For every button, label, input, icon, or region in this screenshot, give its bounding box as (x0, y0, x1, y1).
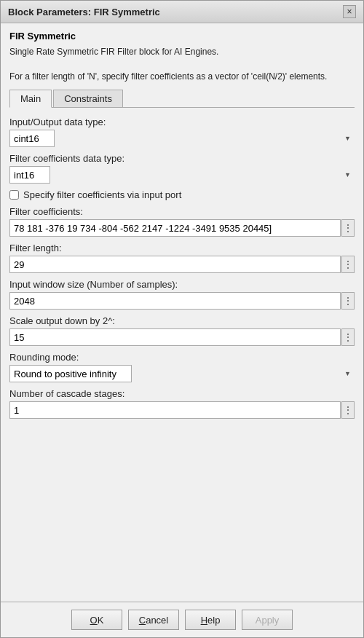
block-description: Single Rate Symmetric FIR Filter block f… (9, 46, 355, 82)
filter-coeff-type-label: Filter coefficients data type: (9, 153, 355, 164)
filter-coeff-type-group: Filter coefficients data type: int16 (9, 153, 355, 184)
filter-length-row: ⋮ (9, 256, 355, 273)
scale-output-row: ⋮ (9, 328, 355, 346)
io-data-type-group: Input/Output data type: cint16 (9, 117, 355, 147)
tab-main[interactable]: Main (9, 90, 52, 108)
cascade-stages-row: ⋮ (9, 401, 355, 419)
cancel-label: Cancel (139, 615, 168, 626)
content-area: FIR Symmetric Single Rate Symmetric FIR … (1, 23, 363, 602)
description-line1: Single Rate Symmetric FIR Filter block f… (9, 47, 218, 57)
close-button[interactable]: × (343, 5, 356, 18)
description-line2: For a filter length of 'N', specify filt… (9, 71, 327, 82)
filter-coeff-row: ⋮ (9, 219, 355, 237)
scale-output-input[interactable] (9, 328, 341, 346)
io-data-type-label: Input/Output data type: (9, 117, 355, 127)
rounding-mode-label: Rounding mode: (9, 352, 355, 363)
title-bar: Block Parameters: FIR Symmetric × (1, 1, 363, 23)
filter-coeff-type-select[interactable]: int16 (9, 166, 50, 184)
filter-coeff-type-select-wrapper: int16 (9, 166, 355, 184)
io-data-type-select[interactable]: cint16 (9, 130, 55, 147)
filter-coeff-group: Filter coefficients: ⋮ (9, 206, 355, 237)
block-title: FIR Symmetric (9, 31, 355, 42)
cascade-stages-group: Number of cascade stages: ⋮ (9, 388, 355, 419)
rounding-mode-group: Rounding mode: Round to positive infinit… (9, 352, 355, 382)
io-data-type-select-wrapper: cint16 (9, 130, 355, 147)
ok-label: OK (90, 615, 104, 626)
input-window-label: Input window size (Number of samples): (9, 279, 355, 290)
filter-coeff-dots-button[interactable]: ⋮ (341, 219, 355, 237)
checkbox-row: Specify filter coefficients via input po… (9, 189, 355, 200)
cancel-button[interactable]: Cancel (128, 610, 179, 630)
cascade-stages-input[interactable] (9, 401, 341, 419)
ok-button[interactable]: OK (71, 610, 122, 630)
scale-output-dots-button[interactable]: ⋮ (341, 328, 355, 346)
main-window: Block Parameters: FIR Symmetric × FIR Sy… (0, 0, 364, 638)
filter-length-label: Filter length: (9, 243, 355, 253)
rounding-mode-select-wrapper: Round to positive infinity (9, 365, 355, 382)
help-label: Help (201, 615, 221, 626)
cascade-stages-dots-button[interactable]: ⋮ (341, 401, 355, 419)
tab-constraints[interactable]: Constraints (53, 90, 123, 108)
input-window-row: ⋮ (9, 292, 355, 310)
footer: OK Cancel Help Apply (1, 602, 363, 637)
apply-button[interactable]: Apply (242, 610, 293, 630)
checkbox-label: Specify filter coefficients via input po… (23, 189, 181, 200)
rounding-mode-select[interactable]: Round to positive infinity (9, 365, 132, 382)
input-window-group: Input window size (Number of samples): ⋮ (9, 279, 355, 310)
filter-length-dots-button[interactable]: ⋮ (341, 256, 355, 273)
tab-bar: Main Constraints (9, 90, 355, 108)
filter-coeff-label: Filter coefficients: (9, 206, 355, 217)
input-window-input[interactable] (9, 292, 341, 310)
scale-output-label: Scale output down by 2^: (9, 315, 355, 326)
io-data-type-row: cint16 (9, 130, 355, 147)
rounding-mode-row: Round to positive infinity (9, 365, 355, 382)
help-button[interactable]: Help (185, 610, 236, 630)
filter-coeff-input[interactable] (9, 219, 341, 237)
filter-length-group: Filter length: ⋮ (9, 243, 355, 273)
input-window-dots-button[interactable]: ⋮ (341, 292, 355, 310)
filter-length-input[interactable] (9, 256, 341, 273)
cascade-stages-label: Number of cascade stages: (9, 388, 355, 399)
filter-coeff-type-row: int16 (9, 166, 355, 184)
scale-output-group: Scale output down by 2^: ⋮ (9, 315, 355, 346)
window-title: Block Parameters: FIR Symmetric (8, 7, 160, 17)
filter-coeff-checkbox[interactable] (9, 190, 19, 200)
